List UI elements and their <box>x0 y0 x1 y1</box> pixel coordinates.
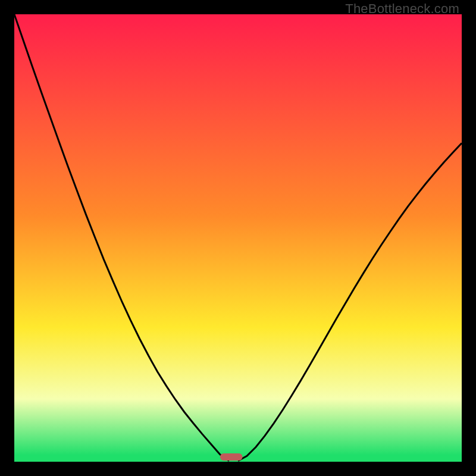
chart-frame <box>14 14 462 462</box>
bottleneck-chart <box>14 14 462 462</box>
gradient-background <box>14 14 462 462</box>
optimal-marker <box>220 453 243 461</box>
